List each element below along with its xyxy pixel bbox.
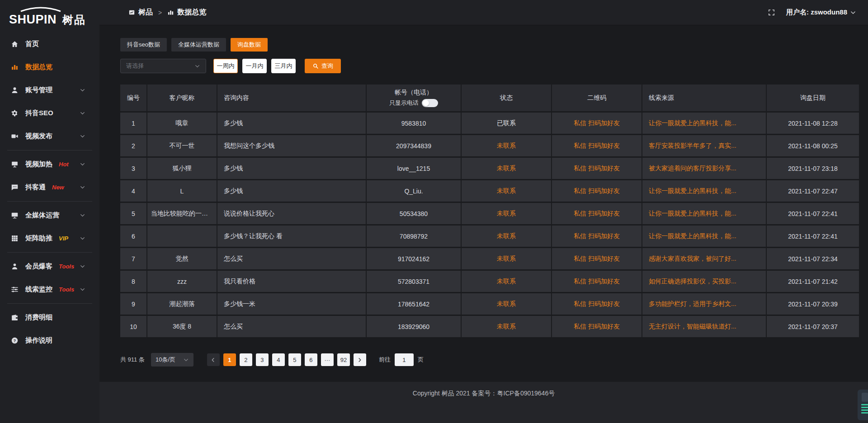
goto-page-input[interactable]: 1 xyxy=(395,353,414,366)
period-button[interactable]: 一周内 xyxy=(213,59,238,73)
cell-qr-links[interactable]: 私信 扫码加好友 xyxy=(552,248,642,271)
sidebar-item-member-blast[interactable]: 会员爆客Tools xyxy=(0,255,99,278)
cell-qr-links[interactable]: 私信 扫码加好友 xyxy=(552,180,642,203)
page-button-5[interactable]: 5 xyxy=(288,353,301,366)
chevron-down-icon[interactable] xyxy=(850,9,856,16)
sidebar-item-matrix-boost[interactable]: 矩阵助推VIP xyxy=(0,227,99,250)
cell-status: 未联系 xyxy=(462,180,552,203)
sidebar-item-badge: Hot xyxy=(59,161,69,168)
sidebar-item-douyin-seo[interactable]: 抖音SEO xyxy=(0,102,99,125)
sidebar-item-badge: Tools xyxy=(59,286,74,293)
sidebar-item-help[interactable]: ?操作说明 xyxy=(0,329,99,352)
tab-inquiry-data[interactable]: 询盘数据 xyxy=(231,38,268,52)
footer: Copyright 树品 2021 备案号：粤ICP备09019646号 xyxy=(99,382,868,423)
query-button-label: 查询 xyxy=(321,62,333,70)
cell-status: 未联系 xyxy=(462,316,552,338)
brand-name-en: SHUPIN xyxy=(9,13,57,26)
inquiry-table: 编号客户昵称咨询内容帐号（电话）只显示电话状态二维码线索来源询盘日期 1哦章多少… xyxy=(120,85,860,338)
chevron-down-icon xyxy=(80,287,85,292)
cell-qr-links[interactable]: 私信 扫码加好友 xyxy=(552,113,642,135)
tab-douyin-seo-data[interactable]: 抖音seo数据 xyxy=(120,38,167,52)
fullscreen-icon[interactable] xyxy=(768,9,775,16)
table-row: 9潮起潮落多少钱一米178651642未联系私信 扫码加好友多功能护栏灯，适用于… xyxy=(120,293,860,316)
cell-account: 178651642 xyxy=(367,293,462,316)
page-button-2[interactable]: 2 xyxy=(240,353,252,366)
cell-qr-links[interactable]: 私信 扫码加好友 xyxy=(552,158,642,180)
phone-only-toggle[interactable] xyxy=(422,99,438,107)
more-pages-button[interactable]: ··· xyxy=(321,353,334,366)
page-size-select[interactable]: 10条/页 xyxy=(151,353,193,367)
chart-icon xyxy=(167,9,174,16)
column-header-label: 帐号（电话） xyxy=(367,89,461,97)
cell-source-link[interactable]: 让你一眼就爱上的黑科技，能... xyxy=(642,203,767,226)
phone-toggle-row: 只显示电话 xyxy=(367,99,461,107)
sidebar-item-video-publish[interactable]: 视频发布 xyxy=(0,125,99,148)
username-label[interactable]: 用户名: zswodun88 xyxy=(786,8,847,17)
cell-source-link[interactable]: 客厅安装投影半年多了，真实... xyxy=(642,135,767,158)
page-button-1[interactable]: 1 xyxy=(223,353,236,366)
cell-source-link[interactable]: 无主灯设计，智能磁吸轨道灯... xyxy=(642,316,767,338)
sidebar-item-consume-detail[interactable]: 消费明细 xyxy=(0,306,99,329)
cell-source-link[interactable]: 多功能护栏灯，适用于乡村文... xyxy=(642,293,767,316)
sidebar-item-lead-monitor[interactable]: 线索监控Tools xyxy=(0,278,99,301)
sidebar-divider xyxy=(7,252,92,253)
brand-logo[interactable]: SHUPIN 树品 xyxy=(0,0,99,29)
cell-nickname: 哦章 xyxy=(147,113,217,135)
sidebar-item-home[interactable]: 首页 xyxy=(0,33,99,56)
cell-qr-links[interactable]: 私信 扫码加好友 xyxy=(552,271,642,293)
cell-status: 已联系 xyxy=(462,113,552,135)
table-row: 4L多少钱Q_Liu.未联系私信 扫码加好友让你一眼就爱上的黑科技，能...20… xyxy=(120,180,860,203)
table-row: 8zzz我只看价格572803371未联系私信 扫码加好友如何正确选择投影仪，买… xyxy=(120,271,860,293)
next-page-button[interactable] xyxy=(354,353,366,366)
cell-source-link[interactable]: 感谢大家喜欢我家，被问了好... xyxy=(642,248,767,271)
page-button-92[interactable]: 92 xyxy=(337,353,350,366)
sidebar-item-account[interactable]: 账号管理 xyxy=(0,79,99,102)
cell-qr-links[interactable]: 私信 扫码加好友 xyxy=(552,203,642,226)
chevron-right-icon xyxy=(357,357,363,363)
sidebar-item-media-ops[interactable]: 全媒体运营 xyxy=(0,204,99,227)
cell-date: 2021-11-08 12:28 xyxy=(767,113,860,135)
breadcrumb: 树品 > 数据总览 xyxy=(128,8,206,17)
column-header: 客户昵称 xyxy=(147,85,217,113)
cell-qr-links[interactable]: 私信 扫码加好友 xyxy=(552,226,642,248)
cell-no: 2 xyxy=(120,135,147,158)
period-button[interactable]: 一月内 xyxy=(242,59,267,73)
cell-account: 9583810 xyxy=(367,113,462,135)
sidebar-item-video-heat[interactable]: 视频加热Hot xyxy=(0,153,99,176)
sidebar-divider xyxy=(7,303,92,304)
data-tabs: 抖音seo数据全媒体运营数据询盘数据 xyxy=(120,38,860,52)
prev-page-button[interactable] xyxy=(207,353,220,366)
breadcrumb-separator: > xyxy=(158,9,162,16)
cell-qr-links[interactable]: 私信 扫码加好友 xyxy=(552,293,642,316)
sidebar-item-label: 首页 xyxy=(25,40,39,48)
filter-select[interactable]: 请选择 xyxy=(120,59,206,73)
tab-media-ops-data[interactable]: 全媒体运营数据 xyxy=(171,38,226,52)
chevron-down-icon xyxy=(80,235,85,241)
content-panel: 抖音seo数据全媒体运营数据询盘数据 请选择 一周内一月内三月内 查询 编号客户… xyxy=(99,25,868,367)
cell-nickname: 觉然 xyxy=(147,248,217,271)
floating-widget[interactable] xyxy=(858,390,868,420)
cell-source-link[interactable]: 如何正确选择投影仪，买投影... xyxy=(642,271,767,293)
cell-nickname: 当地比较能吃的一位美女 xyxy=(147,203,217,226)
cell-source-link[interactable]: 让你一眼就爱上的黑科技，能... xyxy=(642,180,767,203)
chat-icon xyxy=(11,183,19,191)
cell-source-link[interactable]: 让你一眼就爱上的黑科技，能... xyxy=(642,226,767,248)
page-button-3[interactable]: 3 xyxy=(256,353,269,366)
cell-source-link[interactable]: 被大家追着问的客厅投影分享... xyxy=(642,158,767,180)
sidebar-item-data-overview[interactable]: 数据总览 xyxy=(0,56,99,79)
cell-qr-links[interactable]: 私信 扫码加好友 xyxy=(552,135,642,158)
page-button-4[interactable]: 4 xyxy=(272,353,285,366)
breadcrumb-root[interactable]: 树品 xyxy=(138,8,153,17)
query-button[interactable]: 查询 xyxy=(305,59,341,73)
cell-date: 2021-11-07 22:41 xyxy=(767,226,860,248)
page-button-6[interactable]: 6 xyxy=(305,353,317,366)
chevron-down-icon xyxy=(80,110,85,116)
pagination: 共 911 条 10条/页 123456···92 前往 1 页 xyxy=(120,353,860,367)
cell-source-link[interactable]: 让你一眼就爱上的黑科技，能... xyxy=(642,113,767,135)
sidebar-item-douketong[interactable]: 抖客通New xyxy=(0,176,99,199)
cell-date: 2021-11-07 20:39 xyxy=(767,293,860,316)
cell-qr-links[interactable]: 私信 扫码加好友 xyxy=(552,316,642,338)
cell-account: 70898792 xyxy=(367,226,462,248)
period-button[interactable]: 三月内 xyxy=(271,59,296,73)
cell-content: 多少钱 xyxy=(217,180,367,203)
